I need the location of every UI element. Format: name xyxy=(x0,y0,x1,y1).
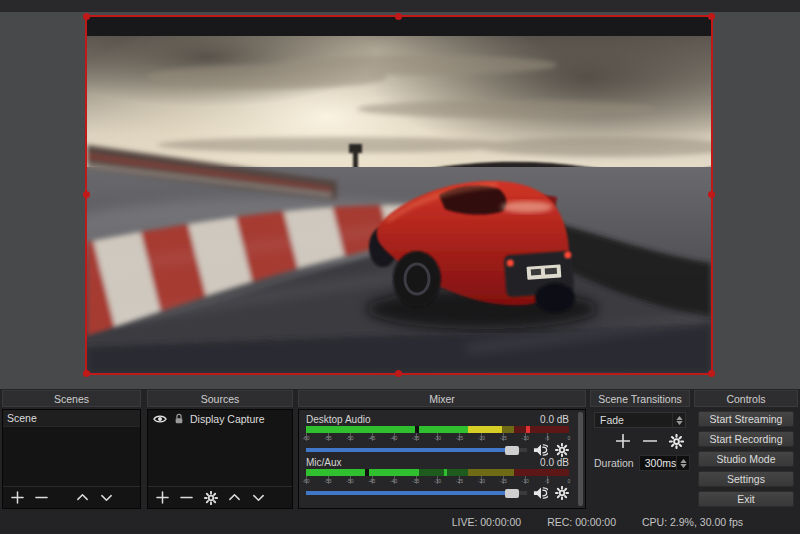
sources-list[interactable]: Display Capture xyxy=(147,409,293,509)
scene-transitions-panel: Scene Transitions Fade xyxy=(590,390,690,509)
start-streaming-button[interactable]: Start Streaming xyxy=(698,411,794,427)
move-up-icon[interactable] xyxy=(227,490,242,505)
mixer-scrollbar[interactable] xyxy=(578,412,583,506)
preview-scene xyxy=(87,17,711,373)
dock-row: Scenes Scene xyxy=(0,389,800,510)
add-icon[interactable] xyxy=(615,434,630,449)
window-top-strip xyxy=(0,0,800,12)
meter-scale: -60-55-50-45-40-35-30-25-20-15-10-50 xyxy=(306,433,569,441)
add-icon[interactable] xyxy=(10,490,25,505)
preview-canvas[interactable] xyxy=(0,12,800,389)
volume-slider[interactable] xyxy=(306,445,527,455)
obs-window: Scenes Scene xyxy=(0,0,800,534)
resize-handle-top-center[interactable] xyxy=(395,13,402,20)
controls-panel: Controls Start Streaming Start Recording… xyxy=(694,390,798,509)
duration-label: Duration xyxy=(594,457,634,469)
slider-handle[interactable] xyxy=(505,489,519,498)
transitions-toolbar xyxy=(594,431,686,451)
controls-panel-header[interactable]: Controls xyxy=(694,390,798,407)
transition-selected-value: Fade xyxy=(595,414,672,426)
live-time: LIVE: 00:00:00 xyxy=(452,516,521,528)
controls-body: Start Streaming Start Recording Studio M… xyxy=(694,409,798,509)
properties-gear-icon[interactable] xyxy=(669,434,684,449)
channel-name: Mic/Aux xyxy=(306,457,342,468)
rec-time: REC: 00:00:00 xyxy=(547,516,616,528)
scenes-panel: Scenes Scene xyxy=(2,390,141,509)
add-icon[interactable] xyxy=(155,490,170,505)
volume-meter xyxy=(306,469,569,476)
settings-button[interactable]: Settings xyxy=(698,471,794,487)
channel-name: Desktop Audio xyxy=(306,414,371,425)
slider-fill xyxy=(306,448,518,452)
channel-db-value: 0.0 dB xyxy=(540,414,569,425)
meter-scale: -60-55-50-45-40-35-30-25-20-15-10-50 xyxy=(306,476,569,484)
source-name: Display Capture xyxy=(190,413,265,425)
scenes-list[interactable]: Scene xyxy=(2,409,141,509)
move-down-icon[interactable] xyxy=(99,490,114,505)
resize-handle-middle-left[interactable] xyxy=(83,191,90,198)
status-bar: LIVE: 00:00:00 REC: 00:00:00 CPU: 2.9%, … xyxy=(0,510,800,534)
slider-fill xyxy=(306,491,518,495)
remove-icon[interactable] xyxy=(179,490,194,505)
duration-spinner[interactable] xyxy=(676,456,689,470)
source-selection-box[interactable] xyxy=(85,15,713,375)
remove-icon[interactable] xyxy=(34,490,49,505)
source-list-item[interactable]: Display Capture xyxy=(148,410,292,427)
resize-handle-bottom-left[interactable] xyxy=(83,370,90,377)
exit-button[interactable]: Exit xyxy=(698,491,794,507)
scenes-toolbar xyxy=(3,486,140,508)
remove-icon[interactable] xyxy=(642,434,657,449)
speaker-icon[interactable] xyxy=(533,486,548,501)
properties-gear-icon[interactable] xyxy=(203,490,218,505)
resize-handle-middle-right[interactable] xyxy=(708,191,715,198)
sources-panel-header[interactable]: Sources xyxy=(147,390,293,407)
lock-icon[interactable] xyxy=(171,411,186,426)
channel-settings-gear-icon[interactable] xyxy=(554,486,569,501)
duration-value: 300ms xyxy=(640,457,677,469)
volume-meter xyxy=(306,426,569,433)
sources-toolbar xyxy=(148,486,292,508)
duration-spinbox[interactable]: 300ms xyxy=(639,455,691,471)
resize-handle-bottom-right[interactable] xyxy=(708,370,715,377)
move-down-icon[interactable] xyxy=(251,490,266,505)
scene-transitions-panel-header[interactable]: Scene Transitions xyxy=(590,390,690,407)
cpu-fps: CPU: 2.9%, 30.00 fps xyxy=(642,516,743,528)
volume-slider[interactable] xyxy=(306,488,527,498)
channel-db-value: 0.0 dB xyxy=(540,457,569,468)
scene-list-item[interactable]: Scene xyxy=(3,410,140,427)
mixer-channel-desktop-audio: Desktop Audio 0.0 dB -60-55-50-45-40-35-… xyxy=(306,413,569,455)
mixer-body: Desktop Audio 0.0 dB -60-55-50-45-40-35-… xyxy=(298,409,586,509)
resize-handle-top-right[interactable] xyxy=(708,13,715,20)
studio-mode-button[interactable]: Studio Mode xyxy=(698,451,794,467)
scenes-panel-header[interactable]: Scenes xyxy=(2,390,141,407)
transition-select[interactable]: Fade xyxy=(594,412,686,428)
mixer-panel-header[interactable]: Mixer xyxy=(298,390,586,407)
resize-handle-bottom-center[interactable] xyxy=(395,370,402,377)
scene-name: Scene xyxy=(7,412,37,424)
start-recording-button[interactable]: Start Recording xyxy=(698,431,794,447)
move-up-icon[interactable] xyxy=(75,490,90,505)
mixer-channel-mic-aux: Mic/Aux 0.0 dB -60-55-50-45-40-35-30-25-… xyxy=(306,456,569,498)
transition-select-spinner[interactable] xyxy=(672,413,685,427)
visibility-eye-icon[interactable] xyxy=(152,411,167,426)
sources-panel: Sources Display Capture xyxy=(147,390,293,509)
slider-handle[interactable] xyxy=(505,446,519,455)
scene-transitions-body: Fade xyxy=(590,409,690,509)
mixer-panel: Mixer Desktop Audio 0.0 dB -60-55-50-45-… xyxy=(298,390,586,509)
resize-handle-top-left[interactable] xyxy=(83,13,90,20)
